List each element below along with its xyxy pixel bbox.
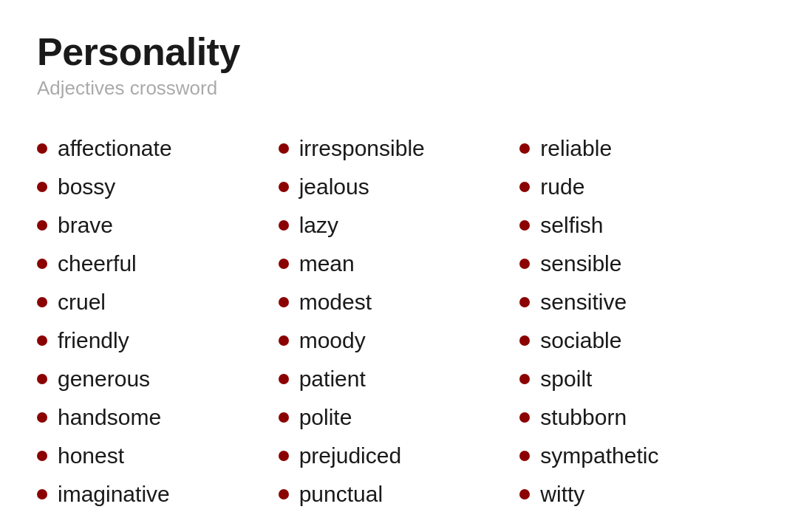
bullet-icon <box>519 259 530 269</box>
bullet-icon <box>37 374 47 384</box>
word-label: patient <box>299 366 366 392</box>
list-item: cruel <box>37 283 279 321</box>
list-item: stubborn <box>519 398 761 437</box>
bullet-icon <box>519 182 530 192</box>
list-item: bossy <box>37 168 279 206</box>
word-label: sympathetic <box>540 443 658 468</box>
word-label: lazy <box>299 213 338 238</box>
bullet-icon <box>279 220 289 231</box>
bullet-icon <box>519 335 530 346</box>
page-subtitle: Adjectives crossword <box>37 77 761 100</box>
word-label: modest <box>299 290 372 315</box>
bullet-icon <box>37 297 47 307</box>
bullet-icon <box>37 220 47 231</box>
word-label: brave <box>58 213 113 238</box>
list-item: punctual <box>279 475 520 514</box>
word-label: sensitive <box>540 290 627 315</box>
word-label: moody <box>299 328 366 353</box>
word-label: selfish <box>540 213 603 238</box>
list-item: modest <box>279 283 520 321</box>
list-item: sympathetic <box>519 437 761 475</box>
list-item: spoilt <box>519 360 761 398</box>
list-item: jealous <box>279 168 520 206</box>
bullet-icon <box>279 451 289 461</box>
bullet-icon <box>37 451 47 461</box>
list-item: handsome <box>37 398 279 437</box>
word-label: bossy <box>58 174 115 200</box>
word-label: stubborn <box>540 405 627 430</box>
word-label: jealous <box>299 174 369 200</box>
bullet-icon <box>519 374 530 384</box>
page-title: Personality <box>37 30 761 74</box>
bullet-icon <box>279 335 289 346</box>
word-label: reliable <box>540 136 612 161</box>
list-item: irresponsible <box>279 129 520 168</box>
bullet-icon <box>37 335 47 346</box>
bullet-icon <box>279 143 289 154</box>
word-label: imaginative <box>58 482 170 507</box>
word-label: spoilt <box>540 366 592 392</box>
list-item: affectionate <box>37 129 279 168</box>
list-item: selfish <box>519 206 761 245</box>
word-label: affectionate <box>58 136 172 161</box>
list-item: sensitive <box>519 283 761 321</box>
bullet-icon <box>279 182 289 192</box>
list-item: imaginative <box>37 475 279 514</box>
list-item: polite <box>279 398 520 437</box>
bullet-icon <box>37 412 47 423</box>
list-item: lazy <box>279 206 520 245</box>
bullet-icon <box>279 412 289 423</box>
list-item: witty <box>519 475 761 514</box>
list-item: rude <box>519 168 761 206</box>
bullet-icon <box>279 259 289 269</box>
word-column-1: affectionatebossybravecheerfulcruelfrien… <box>37 129 279 514</box>
word-label: rude <box>540 174 584 200</box>
list-item: reliable <box>519 129 761 168</box>
word-label: sensible <box>540 251 621 276</box>
list-item: honest <box>37 437 279 475</box>
word-label: cruel <box>58 290 106 315</box>
word-label: irresponsible <box>299 136 425 161</box>
list-item: moody <box>279 321 520 360</box>
word-label: handsome <box>58 405 161 430</box>
bullet-icon <box>519 451 530 461</box>
bullet-icon <box>37 489 47 499</box>
word-label: prejudiced <box>299 443 401 468</box>
word-label: sociable <box>540 328 621 353</box>
word-column-3: reliablerudeselfishsensiblesensitivesoci… <box>519 129 761 514</box>
bullet-icon <box>279 489 289 499</box>
list-item: sensible <box>519 245 761 283</box>
bullet-icon <box>519 297 530 307</box>
bullet-icon <box>37 182 47 192</box>
word-label: generous <box>58 366 150 392</box>
word-label: friendly <box>58 328 129 353</box>
bullet-icon <box>519 412 530 423</box>
word-label: polite <box>299 405 352 430</box>
list-item: brave <box>37 206 279 245</box>
list-item: friendly <box>37 321 279 360</box>
word-label: punctual <box>299 482 383 507</box>
bullet-icon <box>279 297 289 307</box>
list-item: cheerful <box>37 245 279 283</box>
list-item: patient <box>279 360 520 398</box>
list-item: prejudiced <box>279 437 520 475</box>
bullet-icon <box>37 259 47 269</box>
bullet-icon <box>519 220 530 231</box>
bullet-icon <box>279 374 289 384</box>
list-item: mean <box>279 245 520 283</box>
word-label: witty <box>540 482 584 507</box>
bullet-icon <box>519 143 530 154</box>
word-column-2: irresponsiblejealouslazymeanmodestmoodyp… <box>279 129 520 514</box>
list-item: sociable <box>519 321 761 360</box>
bullet-icon <box>519 489 530 499</box>
word-label: mean <box>299 251 355 276</box>
bullet-icon <box>37 143 47 154</box>
word-columns: affectionatebossybravecheerfulcruelfrien… <box>37 129 761 514</box>
word-label: honest <box>58 443 124 468</box>
list-item: generous <box>37 360 279 398</box>
word-label: cheerful <box>58 251 137 276</box>
